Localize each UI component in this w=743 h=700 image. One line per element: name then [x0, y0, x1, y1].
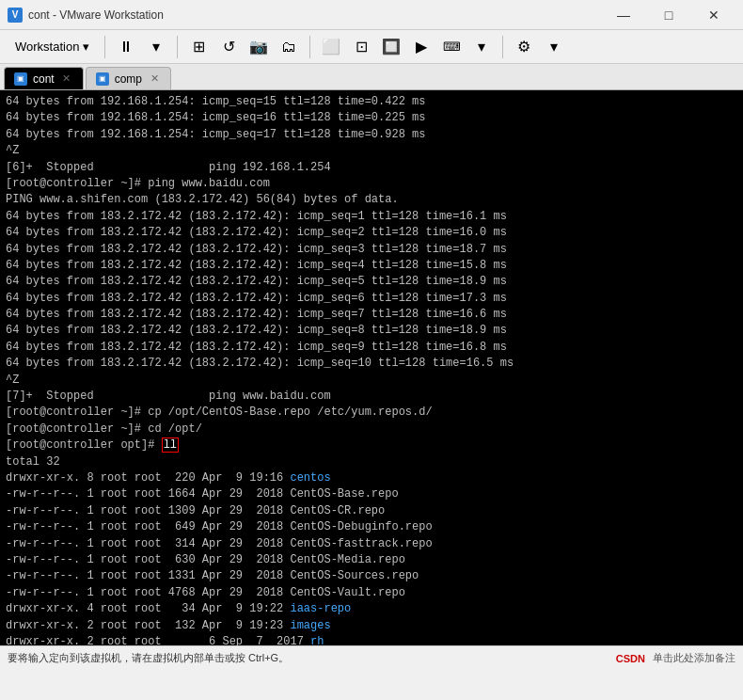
terminal-line: [root@controller opt]# ll [6, 438, 737, 453]
console-menu[interactable]: ▾ [468, 34, 495, 60]
workstation-label: Workstation [15, 40, 79, 54]
tab-comp-icon: ▣ [96, 72, 109, 86]
snapshot-manager-button[interactable]: 🗂 [276, 34, 302, 60]
terminal-line: total 32 [6, 454, 737, 470]
tab-comp-label: comp [115, 72, 142, 86]
status-message: 要将输入定向到该虚拟机，请在虚拟机内部单击或按 Ctrl+G。 [8, 651, 289, 665]
toolbar-separator-4 [502, 36, 503, 58]
terminal-line: 64 bytes from 183.2.172.42 (183.2.172.42… [6, 356, 737, 372]
terminal-line: drwxr-xr-x. 4 root root 34 Apr 9 19:22 i… [6, 601, 737, 617]
terminal-line: 64 bytes from 183.2.172.42 (183.2.172.42… [6, 323, 737, 339]
terminal-line: -rw-r--r--. 1 root root 314 Apr 29 2018 … [6, 536, 737, 552]
console-button[interactable]: ⌨ [438, 34, 465, 60]
tabs-bar: ▣ cont ✕ ▣ comp ✕ [0, 64, 743, 90]
terminal-area[interactable]: 64 bytes from 192.168.1.254: icmp_seq=15… [0, 90, 743, 645]
terminal-line: -rw-r--r--. 1 root root 630 Apr 29 2018 … [6, 552, 737, 568]
terminal-line: ^Z [6, 143, 737, 159]
status-bar: 要将输入定向到该虚拟机，请在虚拟机内部单击或按 Ctrl+G。 CSDN 单击此… [0, 645, 743, 670]
terminal-line: [root@controller ~]# ping www.baidu.com [6, 176, 737, 192]
window-controls: — □ ✕ [602, 2, 735, 28]
maximize-button[interactable]: □ [647, 2, 690, 28]
terminal-line: ^Z [6, 373, 737, 389]
terminal-line: 64 bytes from 192.168.1.254: icmp_seq=15… [6, 94, 737, 110]
terminal-line: drwxr-xr-x. 2 root root 132 Apr 9 19:23 … [6, 618, 737, 634]
terminal-line: 64 bytes from 183.2.172.42 (183.2.172.42… [6, 291, 737, 307]
pause-button[interactable]: ⏸ [113, 34, 139, 60]
view-menu-button[interactable]: ▶ [408, 34, 435, 60]
terminal-line: 64 bytes from 183.2.172.42 (183.2.172.42… [6, 274, 737, 290]
terminal-line: 64 bytes from 192.168.1.254: icmp_seq=16… [6, 110, 737, 126]
tab-comp[interactable]: ▣ comp ✕ [86, 67, 171, 89]
take-snapshot-button[interactable]: 📷 [245, 34, 272, 60]
toolbar-arrow[interactable]: ▾ [143, 34, 169, 60]
minimize-button[interactable]: — [602, 2, 645, 28]
csdn-icon: CSDN [616, 653, 645, 664]
tab-cont-close[interactable]: ✕ [60, 72, 73, 86]
toolbar-separator-1 [104, 36, 105, 58]
tab-cont-label: cont [33, 72, 55, 86]
title-bar: V cont - VMware Workstation — □ ✕ [0, 0, 743, 30]
tab-cont[interactable]: ▣ cont ✕ [4, 67, 84, 89]
terminal-line: [6]+ Stopped ping 192.168.1.254 [6, 160, 737, 176]
menu-bar: Workstation ▾ ⏸ ▾ ⊞ ↺ 📷 🗂 ⬜ ⊡ 🔲 ▶ ⌨ ▾ ⚙ … [0, 30, 743, 64]
restore-snapshot-button[interactable]: ↺ [215, 34, 242, 60]
terminal-line: [root@controller ~]# cd /opt/ [6, 422, 737, 438]
terminal-line: 64 bytes from 183.2.172.42 (183.2.172.42… [6, 258, 737, 274]
window-title: cont - VMware Workstation [28, 8, 164, 22]
settings-menu[interactable]: ▾ [541, 34, 567, 60]
settings-button[interactable]: ⚙ [511, 34, 537, 60]
app-icon: V [8, 8, 23, 23]
terminal-line: 64 bytes from 183.2.172.42 (183.2.172.42… [6, 225, 737, 241]
tab-cont-icon: ▣ [14, 72, 27, 86]
terminal-line: -rw-r--r--. 1 root root 1309 Apr 29 2018… [6, 503, 737, 519]
terminal-line: 64 bytes from 192.168.1.254: icmp_seq=17… [6, 127, 737, 143]
terminal-line: 64 bytes from 183.2.172.42 (183.2.172.42… [6, 242, 737, 258]
toolbar-separator-2 [177, 36, 178, 58]
terminal-line: 64 bytes from 183.2.172.42 (183.2.172.42… [6, 340, 737, 356]
status-comment: 单击此处添加备注 [653, 651, 735, 665]
toolbar-separator-3 [309, 36, 310, 58]
view-button[interactable]: 🔲 [378, 34, 404, 60]
terminal-line: drwxr-xr-x. 8 root root 220 Apr 9 19:16 … [6, 470, 737, 486]
status-right-area: CSDN 单击此处添加备注 [616, 651, 735, 665]
terminal-line: [7]+ Stopped ping www.baidu.com [6, 389, 737, 405]
terminal-line: drwxr-xr-x. 2 root root _ 6 Sep 7 2017 r… [6, 634, 737, 645]
close-button[interactable]: ✕ [692, 2, 735, 28]
unity-button[interactable]: ⊡ [348, 34, 374, 60]
terminal-line: -rw-r--r--. 1 root root 4768 Apr 29 2018… [6, 585, 737, 601]
terminal-line: PING www.a.shifen.com (183.2.172.42) 56(… [6, 192, 737, 208]
tab-comp-close[interactable]: ✕ [148, 72, 161, 86]
terminal-line: -rw-r--r--. 1 root root 1331 Apr 29 2018… [6, 568, 737, 584]
terminal-line: [root@controller ~]# cp /opt/CentOS-Base… [6, 405, 737, 421]
terminal-line: 64 bytes from 183.2.172.42 (183.2.172.42… [6, 307, 737, 323]
terminal-line: -rw-r--r--. 1 root root 649 Apr 29 2018 … [6, 519, 737, 535]
terminal-line: -rw-r--r--. 1 root root 1664 Apr 29 2018… [6, 486, 737, 502]
full-screen-button[interactable]: ⬜ [318, 34, 344, 60]
workstation-menu[interactable]: Workstation ▾ [8, 36, 97, 57]
chevron-down-icon: ▾ [83, 40, 89, 54]
send-input-button[interactable]: ⊞ [185, 34, 212, 60]
terminal-line: 64 bytes from 183.2.172.42 (183.2.172.42… [6, 209, 737, 225]
